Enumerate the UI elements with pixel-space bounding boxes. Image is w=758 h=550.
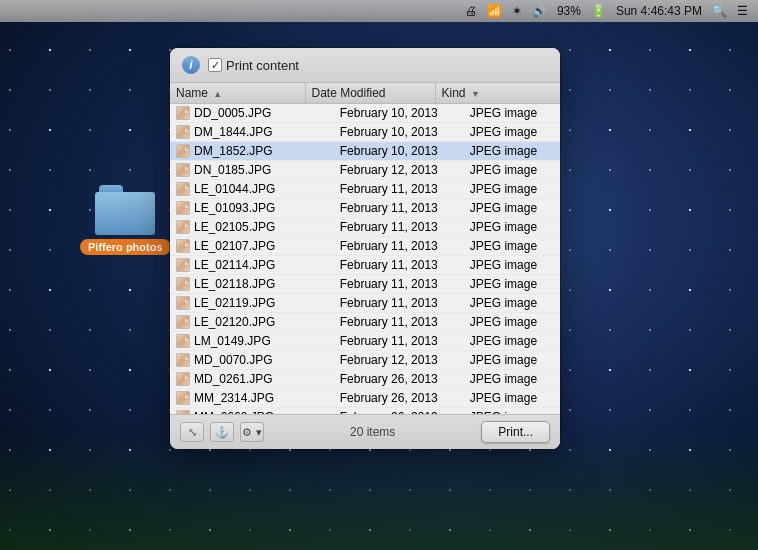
file-kind-cell: JPEG image bbox=[464, 351, 560, 370]
table-row[interactable]: LE_01093.JPGFebruary 11, 2013JPEG image bbox=[170, 199, 560, 218]
printer-icon[interactable]: 🖨 bbox=[465, 4, 477, 18]
file-thumbnail-icon bbox=[176, 315, 190, 329]
file-name: DN_0185.JPG bbox=[194, 163, 271, 177]
menubar: 🖨 📶 ✶ 🔊 93% 🔋 Sun 4:46:43 PM 🔍 ☰ bbox=[0, 0, 758, 22]
table-row[interactable]: MM_2660.JPGFebruary 26, 2013JPEG image bbox=[170, 408, 560, 415]
file-name-cell: LE_02107.JPG bbox=[170, 237, 305, 255]
table-row[interactable]: LE_02120.JPGFebruary 11, 2013JPEG image bbox=[170, 313, 560, 332]
print-dialog: i ✓ Print content Name ▲ Date Modified bbox=[170, 48, 560, 449]
print-button[interactable]: Print... bbox=[481, 421, 550, 443]
table-row[interactable]: MM_2314.JPGFebruary 26, 2013JPEG image bbox=[170, 389, 560, 408]
folder-graphic bbox=[95, 185, 155, 235]
desktop-folder-icon[interactable]: Piffero photos bbox=[80, 185, 171, 255]
expand-icon-button[interactable]: ⤡ bbox=[180, 422, 204, 442]
table-row[interactable]: LM_0149.JPGFebruary 11, 2013JPEG image bbox=[170, 332, 560, 351]
file-thumbnail-icon bbox=[176, 258, 190, 272]
file-name: LE_02120.JPG bbox=[194, 315, 275, 329]
desktop: 🖨 📶 ✶ 🔊 93% 🔋 Sun 4:46:43 PM 🔍 ☰ Piffero… bbox=[0, 0, 758, 550]
file-name-cell: LE_01044.JPG bbox=[170, 180, 305, 198]
file-date-cell: February 11, 2013 bbox=[334, 294, 464, 313]
file-thumbnail-icon bbox=[176, 353, 190, 367]
file-date-cell: February 10, 2013 bbox=[334, 123, 464, 142]
file-kind-cell: JPEG image bbox=[464, 142, 560, 161]
file-name: LE_02105.JPG bbox=[194, 220, 275, 234]
col-header-name[interactable]: Name ▲ bbox=[170, 83, 305, 104]
file-name-cell: LM_0149.JPG bbox=[170, 332, 305, 350]
menubar-right: 🖨 📶 ✶ 🔊 93% 🔋 Sun 4:46:43 PM 🔍 ☰ bbox=[465, 4, 748, 18]
file-name: MM_2314.JPG bbox=[194, 391, 274, 405]
table-row[interactable]: LE_02107.JPGFebruary 11, 2013JPEG image bbox=[170, 237, 560, 256]
search-icon[interactable]: 🔍 bbox=[712, 4, 727, 18]
file-name: LE_01093.JPG bbox=[194, 201, 275, 215]
battery-percent: 93% bbox=[557, 4, 581, 18]
file-list-table: DD_0005.JPGFebruary 10, 2013JPEG imageDM… bbox=[170, 104, 560, 414]
file-thumbnail-icon bbox=[176, 410, 190, 414]
table-row[interactable]: LE_02119.JPGFebruary 11, 2013JPEG image bbox=[170, 294, 560, 313]
file-name-cell: DM_1852.JPG bbox=[170, 142, 305, 160]
gear-icon-button[interactable]: ⚙ ▾ bbox=[240, 422, 264, 442]
sort-arrow-kind: ▼ bbox=[471, 89, 480, 99]
file-kind-cell: JPEG image bbox=[464, 161, 560, 180]
file-name: LE_02118.JPG bbox=[194, 277, 275, 291]
file-kind-cell: JPEG image bbox=[464, 370, 560, 389]
print-content-checkbox-area[interactable]: ✓ Print content bbox=[208, 58, 299, 73]
battery-icon: 🔋 bbox=[591, 4, 606, 18]
dialog-header: i ✓ Print content bbox=[170, 48, 560, 83]
file-date-cell: February 11, 2013 bbox=[334, 180, 464, 199]
file-date-cell: February 11, 2013 bbox=[334, 218, 464, 237]
file-date-cell: February 11, 2013 bbox=[334, 313, 464, 332]
table-row[interactable]: LE_01044.JPGFebruary 11, 2013JPEG image bbox=[170, 180, 560, 199]
table-row[interactable]: DN_0185.JPGFebruary 12, 2013JPEG image bbox=[170, 161, 560, 180]
file-thumbnail-icon bbox=[176, 144, 190, 158]
anchor-icon-button[interactable]: ⚓ bbox=[210, 422, 234, 442]
file-date-cell: February 10, 2013 bbox=[334, 104, 464, 123]
folder-label: Piffero photos bbox=[80, 239, 171, 255]
file-date-cell: February 12, 2013 bbox=[334, 161, 464, 180]
item-count: 20 items bbox=[264, 425, 481, 439]
table-row[interactable]: DD_0005.JPGFebruary 10, 2013JPEG image bbox=[170, 104, 560, 123]
file-date-cell: February 11, 2013 bbox=[334, 256, 464, 275]
file-kind-cell: JPEG image bbox=[464, 218, 560, 237]
file-list-scroll[interactable]: DD_0005.JPGFebruary 10, 2013JPEG imageDM… bbox=[170, 104, 560, 414]
table-row[interactable]: LE_02118.JPGFebruary 11, 2013JPEG image bbox=[170, 275, 560, 294]
date-header-label: Date Modified bbox=[312, 86, 386, 100]
file-kind-cell: JPEG image bbox=[464, 332, 560, 351]
file-name: DM_1852.JPG bbox=[194, 144, 273, 158]
file-name-cell: LE_02114.JPG bbox=[170, 256, 305, 274]
file-thumbnail-icon bbox=[176, 220, 190, 234]
file-date-cell: February 26, 2013 bbox=[334, 389, 464, 408]
file-thumbnail-icon bbox=[176, 182, 190, 196]
table-row[interactable]: DM_1844.JPGFebruary 10, 2013JPEG image bbox=[170, 123, 560, 142]
table-row[interactable]: LE_02105.JPGFebruary 11, 2013JPEG image bbox=[170, 218, 560, 237]
file-name-cell: DN_0185.JPG bbox=[170, 161, 305, 179]
print-content-checkbox[interactable]: ✓ bbox=[208, 58, 222, 72]
table-row[interactable]: DM_1852.JPGFebruary 10, 2013JPEG image bbox=[170, 142, 560, 161]
file-name: MD_0070.JPG bbox=[194, 353, 273, 367]
kind-header-label: Kind bbox=[442, 86, 466, 100]
table-row[interactable]: MD_0070.JPGFebruary 12, 2013JPEG image bbox=[170, 351, 560, 370]
file-kind-cell: JPEG image bbox=[464, 256, 560, 275]
file-name-cell: DM_1844.JPG bbox=[170, 123, 305, 141]
wifi-icon[interactable]: 📶 bbox=[487, 4, 502, 18]
file-name: MD_0261.JPG bbox=[194, 372, 273, 386]
file-name: LE_01044.JPG bbox=[194, 182, 275, 196]
file-thumbnail-icon bbox=[176, 296, 190, 310]
col-header-date[interactable]: Date Modified bbox=[305, 83, 435, 104]
file-kind-cell: JPEG image bbox=[464, 389, 560, 408]
bluetooth-icon[interactable]: ✶ bbox=[512, 4, 522, 18]
footer-left-buttons: ⤡ ⚓ ⚙ ▾ bbox=[180, 422, 264, 442]
file-date-cell: February 11, 2013 bbox=[334, 275, 464, 294]
file-thumbnail-icon bbox=[176, 201, 190, 215]
file-name: DD_0005.JPG bbox=[194, 106, 271, 120]
table-row[interactable]: MD_0261.JPGFebruary 26, 2013JPEG image bbox=[170, 370, 560, 389]
col-header-kind[interactable]: Kind ▼ bbox=[435, 83, 560, 104]
file-date-cell: February 10, 2013 bbox=[334, 142, 464, 161]
name-header-label: Name bbox=[176, 86, 208, 100]
file-table-container: Name ▲ Date Modified Kind ▼ bbox=[170, 83, 560, 414]
volume-icon[interactable]: 🔊 bbox=[532, 4, 547, 18]
menu-icon[interactable]: ☰ bbox=[737, 4, 748, 18]
file-thumbnail-icon bbox=[176, 277, 190, 291]
table-row[interactable]: LE_02114.JPGFebruary 11, 2013JPEG image bbox=[170, 256, 560, 275]
file-date-cell: February 12, 2013 bbox=[334, 351, 464, 370]
file-name: LE_02119.JPG bbox=[194, 296, 275, 310]
